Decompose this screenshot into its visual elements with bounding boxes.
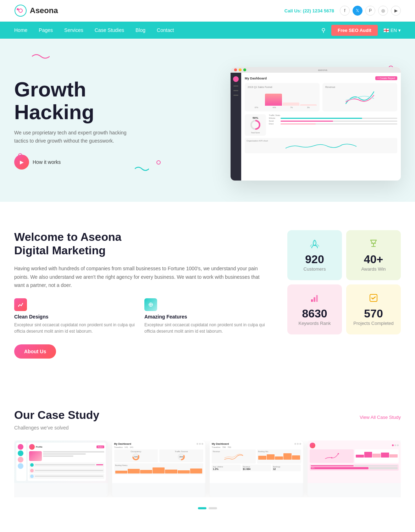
case-study-section: Our Case Study View All Case Study Chall… (0, 387, 415, 523)
case-card-3: My Dashboard Travelino 796 763 Revenue (210, 440, 303, 497)
dashboard-title: My Dashboard (245, 77, 267, 80)
case-card-1-image: Profile Active (14, 440, 108, 483)
how-it-works-btn[interactable]: ▶ How it works (14, 155, 135, 170)
case-card-4-image: 80% (308, 440, 401, 483)
case-card-1: Profile Active (14, 440, 108, 497)
search-icon[interactable]: ⚲ (321, 27, 326, 34)
stat-customers: 920 Customers (287, 230, 342, 280)
instagram-icon[interactable]: ◎ (378, 6, 388, 16)
svg-point-1 (19, 9, 22, 12)
case-card-2: My Dashboard Travelino 141 141 Occupancy (112, 440, 206, 497)
about-us-button[interactable]: About Us (14, 344, 56, 359)
free-seo-button[interactable]: Free SEO Audit (331, 25, 378, 36)
case-study-subtitle: Challenges we've solved (14, 425, 401, 431)
customers-label: Customers (304, 266, 326, 272)
play-icon: ▶ (14, 155, 29, 170)
flag-icon: 🏴󠁧󠁢󠁥󠁮󠁧󠁿 (383, 28, 389, 33)
nav-right: ⚲ Free SEO Audit 🏴󠁧󠁢󠁥󠁮󠁧󠁿 EN ▾ (321, 25, 401, 36)
case-card-3-image: My Dashboard Travelino 796 763 Revenue (210, 440, 303, 483)
nav-home[interactable]: Home (14, 27, 27, 33)
case-cards-container: Profile Active (14, 440, 401, 497)
nav-services[interactable]: Services (64, 27, 83, 33)
stat-projects: 570 Projects Completed (346, 284, 401, 334)
chart-bar-4 (300, 104, 317, 106)
awards-label: Awards Win (361, 266, 386, 272)
projects-icon (369, 293, 378, 305)
svg-text:35%: 35% (179, 456, 183, 458)
nav-links: Home Pages Services Case Studies Blog Co… (14, 27, 174, 33)
svg-point-0 (15, 5, 26, 16)
features-row: Clean Designs Excepteur sint occaecat cu… (14, 298, 266, 334)
welcome-left: Welcome to Aseona Digital Marketing Havi… (14, 230, 266, 359)
clean-designs-icon (14, 298, 27, 311)
social-icons: f 𝕏 P ◎ ▶ (340, 6, 401, 16)
welcome-section: Welcome to Aseona Digital Marketing Havi… (0, 202, 415, 387)
feature-1-title: Clean Designs (14, 314, 136, 320)
deco-circle-3 (156, 160, 161, 166)
feature-clean-designs: Clean Designs Excepteur sint occaecat cu… (14, 298, 136, 334)
case-card-2-image: My Dashboard Travelino 141 141 Occupancy (112, 440, 206, 483)
chart-bar-2 (265, 94, 282, 106)
case-study-header: Our Case Study View All Case Study (14, 408, 401, 422)
logo-icon (14, 4, 27, 17)
nav-contact[interactable]: Contact (157, 27, 174, 33)
twitter-icon[interactable]: 𝕏 (353, 6, 363, 16)
chevron-down-icon: ▾ (398, 28, 401, 33)
main-nav: Home Pages Services Case Studies Blog Co… (0, 22, 415, 39)
youtube-icon[interactable]: ▶ (391, 6, 401, 16)
chart-bar-3 (283, 102, 299, 106)
stats-grid: 920 Customers 40+ Awards Win 8630 Keywor… (287, 230, 401, 334)
welcome-title: Welcome to Aseona Digital Marketing (14, 230, 266, 257)
pagination-dots (14, 507, 401, 509)
svg-rect-8 (18, 306, 19, 307)
header-right: Call Us: (22) 1234 5678 f 𝕏 P ◎ ▶ (284, 6, 401, 16)
pagination-dot-1[interactable] (198, 507, 206, 509)
site-header: Aseona Call Us: (22) 1234 5678 f 𝕏 P ◎ ▶ (0, 0, 415, 22)
hero-text: Growth Hacking We use proprietary tech a… (14, 78, 135, 170)
svg-rect-14 (311, 299, 313, 302)
stat-keywords: 8630 Keywords Rank (287, 284, 342, 334)
hero-title: Growth Hacking (14, 78, 135, 123)
call-us: Call Us: (22) 1234 5678 (284, 8, 334, 13)
svg-point-5 (157, 161, 160, 164)
deco-wave-2 (135, 166, 149, 173)
pagination-dot-2[interactable] (209, 507, 217, 509)
language-selector[interactable]: 🏴󠁧󠁢󠁥󠁮󠁧󠁿 EN ▾ (383, 28, 401, 33)
feature-2-desc: Excepteur sint occaecat cupidatat non pr… (144, 322, 266, 334)
logo[interactable]: Aseona (14, 4, 58, 17)
feature-1-desc: Excepteur sint occaecat cupidatat non pr… (14, 322, 136, 334)
projects-label: Projects Completed (353, 321, 393, 326)
feature-2-title: Amazing Features (144, 314, 266, 320)
deco-wave-1 (32, 53, 50, 61)
projects-number: 570 (364, 308, 383, 319)
awards-number: 40+ (364, 254, 383, 265)
svg-text:72%: 72% (134, 456, 138, 458)
awards-icon (368, 239, 379, 251)
keywords-number: 8630 (302, 308, 327, 319)
svg-point-24 (331, 457, 332, 458)
pinterest-icon[interactable]: P (365, 6, 375, 16)
svg-point-25 (337, 453, 339, 454)
svg-point-2 (17, 8, 19, 10)
stat-awards: 40+ Awards Win (346, 230, 401, 280)
svg-rect-16 (316, 295, 318, 302)
hero-laptop-mockup: aseona My Dashboard + Create Report 2019 (231, 67, 401, 181)
keywords-icon (310, 293, 320, 305)
keywords-label: Keywords Rank (298, 321, 331, 326)
how-text: How it works (33, 159, 61, 165)
welcome-desc: Having worked with hundreds of companies… (14, 265, 266, 290)
nav-case-studies[interactable]: Case Studies (95, 27, 124, 33)
view-all-link[interactable]: View All Case Study (360, 415, 401, 420)
hero-section: Growth Hacking We use proprietary tech a… (0, 39, 415, 202)
case-study-title: Our Case Study (14, 408, 99, 422)
amazing-features-icon (144, 298, 157, 311)
customers-number: 920 (305, 254, 324, 265)
feature-amazing-features: Amazing Features Excepteur sint occaecat… (144, 298, 266, 334)
hero-desc: We use proprietary tech and expert growt… (14, 129, 135, 145)
case-card-4: 80% (308, 440, 401, 497)
nav-pages[interactable]: Pages (39, 27, 53, 33)
svg-rect-15 (314, 297, 315, 302)
nav-blog[interactable]: Blog (135, 27, 145, 33)
logo-text: Aseona (30, 6, 58, 15)
facebook-icon[interactable]: f (340, 6, 350, 16)
